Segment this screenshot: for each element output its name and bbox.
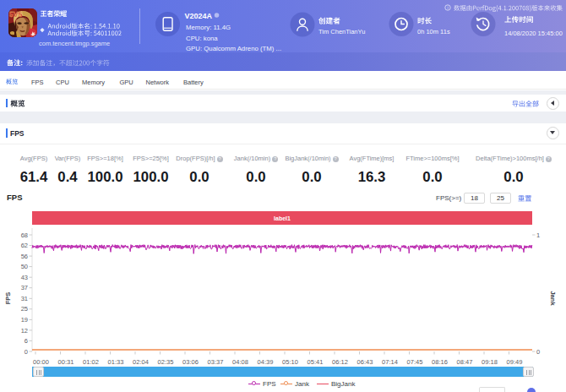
svg-text:68: 68 [21,231,28,239]
svg-text:43: 43 [21,274,28,281]
svg-text:0: 0 [536,348,540,356]
svg-text:08:16: 08:16 [432,358,448,366]
svg-text:03:37: 03:37 [208,358,224,366]
svg-text:6: 6 [24,337,28,345]
svg-text:56: 56 [21,253,28,260]
svg-text:09:18: 09:18 [482,358,498,366]
svg-text:09:49: 09:49 [507,358,523,366]
svg-text:50: 50 [21,263,28,270]
svg-text:FPS: FPS [4,292,12,305]
svg-text:05:10: 05:10 [282,358,298,366]
svg-text:62: 62 [21,242,28,249]
svg-text:04:08: 04:08 [232,358,248,366]
svg-text:12: 12 [21,327,28,335]
svg-text:06:43: 06:43 [357,358,373,366]
svg-text:07:45: 07:45 [407,358,423,366]
svg-text:19: 19 [21,316,28,324]
svg-text:00:00: 00:00 [33,358,49,366]
svg-text:02:04: 02:04 [133,358,149,366]
svg-text:05:41: 05:41 [307,358,324,366]
svg-text:08:47: 08:47 [457,358,473,366]
svg-text:25: 25 [21,305,28,313]
svg-text:06:12: 06:12 [332,358,348,366]
svg-text:01:02: 01:02 [83,358,99,366]
svg-text:02:35: 02:35 [158,358,174,366]
svg-text:01:33: 01:33 [108,358,124,366]
svg-text:31: 31 [21,295,28,302]
svg-text:00:31: 00:31 [58,358,74,366]
svg-text:37: 37 [21,284,28,291]
svg-text:0: 0 [24,348,28,356]
svg-text:03:06: 03:06 [182,358,199,366]
svg-text:1: 1 [536,231,540,239]
svg-text:07:14: 07:14 [382,358,398,366]
svg-text:Jank: Jank [549,291,557,306]
svg-text:04:39: 04:39 [258,358,274,366]
